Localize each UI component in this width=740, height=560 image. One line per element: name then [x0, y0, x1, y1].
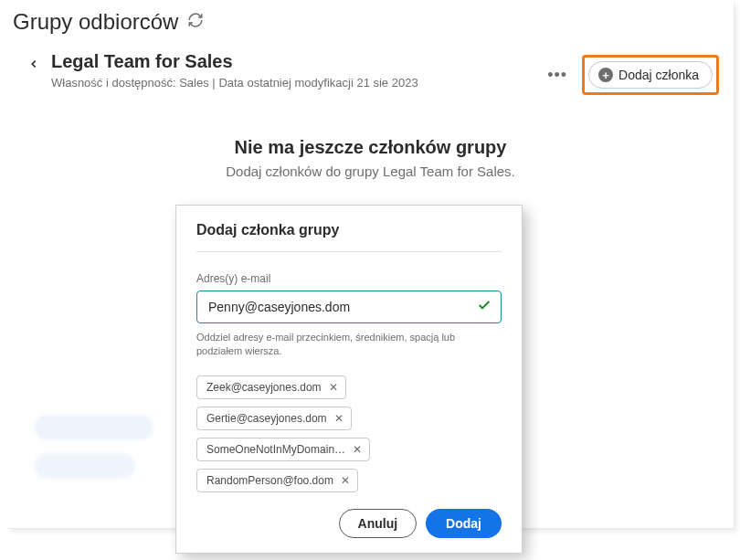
- back-chevron-icon[interactable]: [27, 51, 51, 73]
- group-name: Legal Team for Sales: [51, 51, 544, 72]
- add-member-dialog: Dodaj członka grupy Adres(y) e-mail Oddz…: [175, 205, 523, 554]
- add-member-button[interactable]: + Dodaj członka: [588, 61, 713, 89]
- chip-remove-icon[interactable]: ✕: [329, 381, 338, 394]
- empty-state-subtitle: Dodaj członków do grupy Legal Team for S…: [7, 164, 734, 179]
- group-meta: Własność i dostępność: Sales | Data osta…: [51, 76, 544, 90]
- add-button[interactable]: Dodaj: [426, 509, 502, 538]
- chip-remove-icon[interactable]: ✕: [334, 412, 344, 425]
- chip-label: Gertie@caseyjones.dom: [206, 412, 327, 425]
- add-member-label: Dodaj członka: [618, 68, 699, 82]
- email-chip[interactable]: Gertie@caseyjones.dom ✕: [196, 407, 352, 430]
- email-chips: Zeek@caseyjones.dom ✕ Gertie@caseyjones.…: [196, 375, 502, 492]
- refresh-icon[interactable]: [187, 12, 204, 32]
- email-chip[interactable]: RandomPerson@foo.dom ✕: [196, 469, 358, 492]
- background-blob: [35, 415, 153, 440]
- cancel-button[interactable]: Anuluj: [339, 509, 418, 538]
- email-hint: Oddziel adresy e-mail przecinkiem, średn…: [196, 331, 502, 359]
- empty-state-title: Nie ma jeszcze członków grupy: [7, 137, 734, 158]
- chip-remove-icon[interactable]: ✕: [341, 474, 350, 487]
- add-member-highlight: + Dodaj członka: [582, 55, 719, 95]
- email-label: Adres(y) e-mail: [196, 272, 502, 285]
- email-input-wrap[interactable]: [196, 291, 502, 323]
- email-chip[interactable]: SomeOneNotInMyDomain… ✕: [196, 438, 370, 461]
- dialog-title: Dodaj członka grupy: [196, 222, 502, 252]
- chip-label: SomeOneNotInMyDomain…: [206, 443, 345, 456]
- more-icon[interactable]: •••: [544, 66, 571, 85]
- chip-label: Zeek@caseyjones.dom: [206, 381, 322, 394]
- chip-remove-icon[interactable]: ✕: [353, 443, 362, 456]
- email-input[interactable]: [208, 300, 477, 314]
- check-icon: [477, 298, 492, 316]
- chip-label: RandomPerson@foo.dom: [206, 474, 333, 487]
- plus-circle-icon: +: [598, 68, 613, 82]
- email-chip[interactable]: Zeek@caseyjones.dom ✕: [196, 375, 346, 399]
- background-blob: [35, 453, 135, 479]
- page-title: Grupy odbiorców: [13, 9, 178, 35]
